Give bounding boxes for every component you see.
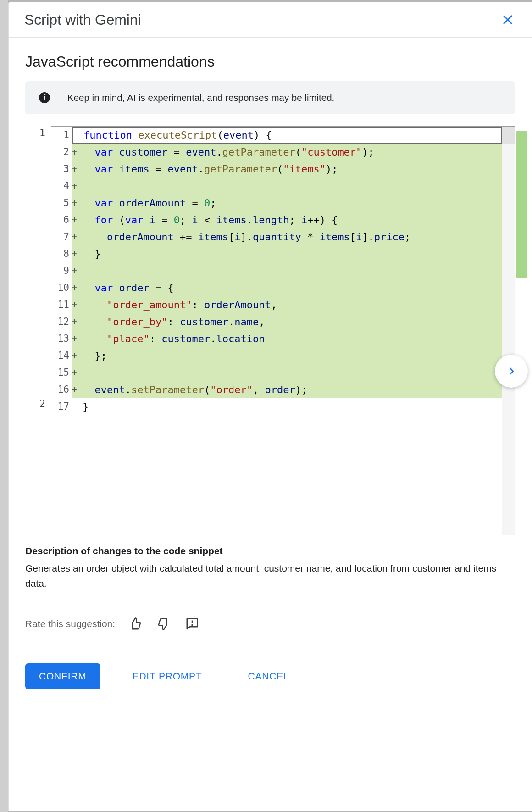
line-number: 13 [51,330,72,347]
code-line: 9 [51,262,502,279]
code-content: var orderAmount = 0; [72,195,502,211]
close-button[interactable] [499,11,517,29]
code-content: "place": customer.location [72,330,502,347]
outer-line-gutter: 1 2 [25,126,51,534]
line-number: 10 [51,279,72,296]
code-content: var customer = event.getParameter("custo… [72,144,502,161]
outer-line-2: 2 [25,398,45,409]
notice-text: Keep in mind, AI is experimental, and re… [67,92,334,103]
next-suggestion-button[interactable] [495,355,528,388]
line-number: 2 [51,144,72,161]
code-line: 8 } [51,245,502,262]
code-content: orderAmount += items[i].quantity * items… [72,228,502,245]
code-line: 13 "place": customer.location [51,330,502,347]
rating-row: Rate this suggestion: [25,616,515,632]
code-line: 2 var customer = event.getParameter("cus… [51,144,502,161]
section-title: JavaScript recommendations [25,53,515,70]
code-line: 1function executeScript(event) { [51,127,502,144]
chevron-right-icon [506,366,516,376]
dialog-body: JavaScript recommendations Keep in mind,… [9,38,532,811]
dialog-header: Script with Gemini [9,2,532,38]
description-heading: Description of changes to the code snipp… [25,545,515,556]
code-content: "order_amount": orderAmount, [72,296,502,313]
code-line: 11 "order_amount": orderAmount, [51,296,502,313]
code-content: event.setParameter("order", order); [72,381,502,398]
code-line: 17} [51,398,502,415]
dialog-title: Script with Gemini [24,11,141,28]
line-number: 3 [51,161,72,178]
code-lines: 1function executeScript(event) {2 var cu… [51,127,502,415]
thumbs-down-button[interactable] [155,616,172,632]
code-content: for (var i = 0; i < items.length; i++) { [72,211,502,228]
line-number: 6 [51,211,72,228]
rating-label: Rate this suggestion: [25,618,115,629]
thumbs-up-button[interactable] [127,616,144,632]
line-number: 9 [51,262,72,279]
feedback-button[interactable] [184,616,200,632]
line-number: 4 [51,178,72,195]
code-content [72,178,502,195]
code-line: 10 var order = { [51,279,502,296]
backdrop-left-strip [0,0,8,812]
code-line: 15 [51,364,502,381]
feedback-icon [185,617,199,631]
code-diff-viewer: 1 2 1function executeScript(event) {2 va… [25,126,515,534]
minimap-scrollbar[interactable] [502,127,515,535]
action-buttons: CONFIRM EDIT PROMPT CANCEL [25,663,515,689]
minimap-diff-range [516,131,527,278]
code-content [72,364,502,381]
line-number: 12 [51,313,72,330]
code-line: 7 orderAmount += items[i].quantity * ite… [51,228,502,245]
code-frame[interactable]: 1function executeScript(event) {2 var cu… [51,126,515,534]
line-number: 17 [51,398,72,415]
outer-line-1: 1 [25,126,45,143]
line-number: 1 [51,127,72,144]
code-content [72,262,502,279]
cancel-button[interactable]: CANCEL [234,663,303,689]
svg-point-3 [192,625,193,625]
info-icon [39,92,50,103]
thumbs-down-icon [157,617,171,631]
code-line: 14 }; [51,347,502,364]
confirm-button[interactable]: CONFIRM [25,663,100,689]
code-content: }; [72,347,502,364]
code-line: 3 var items = event.getParameter("items"… [51,161,502,178]
edit-prompt-button[interactable]: EDIT PROMPT [119,663,216,689]
code-line: 16 event.setParameter("order", order); [51,381,502,398]
code-content: } [72,245,502,262]
code-content: var order = { [72,279,502,296]
line-number: 16 [51,381,72,398]
line-number: 14 [51,347,72,364]
code-content: function executeScript(event) { [72,127,502,144]
minimap-viewport [502,127,515,144]
code-content: } [72,398,502,415]
line-number: 8 [51,245,72,262]
description-body: Generates an order object with calculate… [25,561,515,591]
line-number: 11 [51,296,72,313]
thumbs-up-icon [128,617,142,631]
code-content: "order_by": customer.name, [72,313,502,330]
code-line: 4 [51,178,502,195]
code-line: 12 "order_by": customer.name, [51,313,502,330]
line-number: 15 [51,364,72,381]
code-content: var items = event.getParameter("items"); [72,161,502,178]
close-icon [501,13,514,26]
line-number: 7 [51,228,72,245]
line-number: 5 [51,195,72,211]
script-with-gemini-dialog: Script with Gemini JavaScript recommenda… [8,2,532,811]
ai-experimental-notice: Keep in mind, AI is experimental, and re… [25,81,515,114]
code-line: 6 for (var i = 0; i < items.length; i++)… [51,211,502,228]
code-line: 5 var orderAmount = 0; [51,195,502,211]
